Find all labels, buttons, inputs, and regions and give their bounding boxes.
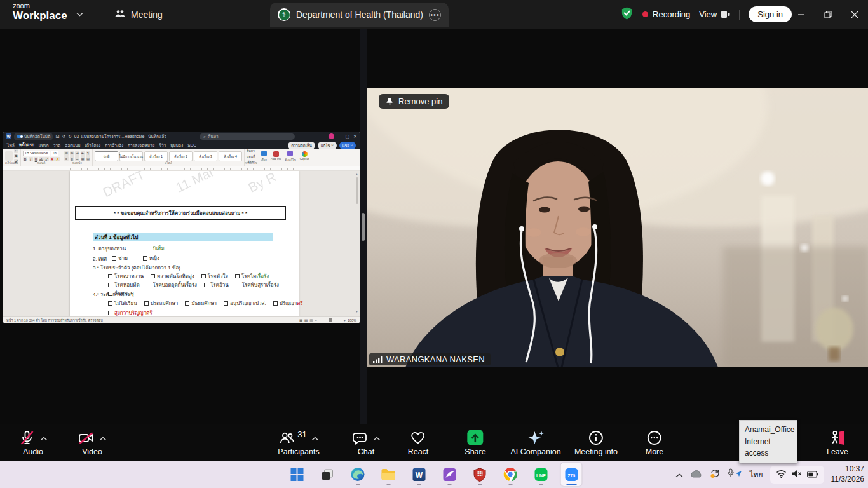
copilot-icon [302, 151, 308, 157]
participant-name-tag: WARANGKANA NAKSEN [369, 353, 491, 365]
toolbar-audio-label: Audio [23, 447, 43, 456]
toolbar-more-label: More [646, 447, 663, 456]
option-label: ประถมศึกษา [151, 299, 178, 308]
info-icon [588, 429, 604, 446]
word-search-icon: ⌕ [203, 134, 206, 139]
draft-watermark-author: By R [246, 171, 278, 196]
word-document-title: 03_แบบสอบถามโครงการ…Healthcare - บันทึกแ… [74, 133, 166, 140]
panel-divider [360, 29, 367, 424]
tab-options-ellipsis-icon[interactable]: ••• [429, 9, 441, 21]
restore-button[interactable] [815, 0, 841, 29]
editor-icon [287, 151, 293, 156]
toolbar-audio-button[interactable]: Audio [19, 429, 48, 456]
tray-chevron-up-icon[interactable] [675, 469, 683, 480]
checkbox-icon [108, 292, 112, 296]
recording-label: Recording [653, 10, 690, 19]
remove-pin-button[interactable]: Remove pin [379, 94, 449, 109]
word-search-box: ⌕ ค้นหา [200, 133, 295, 140]
tray-status-pill[interactable] [770, 466, 824, 484]
taskbar-app-icons: WLINEzm [287, 463, 582, 486]
toolbar-ai-button[interactable]: AI Companion [510, 429, 560, 456]
option-label-green: เรื้อรัง [256, 272, 269, 280]
taskbar-clock[interactable]: 10:37 11/3/2026 [831, 464, 865, 484]
checkbox-icon [224, 301, 228, 306]
word-ribbon-tab: ไฟล์ [7, 142, 15, 149]
onedrive-cloud-icon[interactable] [690, 469, 703, 480]
minimize-button[interactable] [788, 0, 815, 29]
word-ribbon: ✂⧉🖌 คลิปบอร์ด TH SarabunPSK 16 BIU abx²A… [3, 149, 360, 166]
recording-indicator[interactable]: Recording [642, 10, 690, 19]
doc-checkbox-option: โรคปอดอุดกั้นเรื้อรัง [147, 281, 197, 289]
doc-checkbox-option: ชาย [112, 254, 128, 262]
taskbar-app-foxit[interactable] [439, 463, 460, 486]
running-indicator [566, 484, 576, 485]
taskbar-app-security[interactable] [470, 463, 491, 486]
word-user-avatar [329, 133, 334, 139]
option-label: โรคหอบหืด [114, 281, 140, 289]
word-zoom-level: 100% [348, 318, 356, 322]
pin-icon [386, 97, 394, 106]
taskbar-app-edge[interactable] [348, 463, 369, 486]
language-indicator[interactable]: ไทย [750, 468, 763, 480]
word-ribbon-tab: รีวิว [159, 142, 166, 149]
workspace-chevron-down-icon[interactable] [76, 10, 83, 18]
toolbar-react-button[interactable]: React [408, 429, 429, 456]
tab-meeting[interactable]: Meeting [108, 0, 169, 29]
taskbar-app-zoom[interactable]: zm [561, 463, 582, 486]
toolbar-info-button[interactable]: Meeting info [574, 429, 618, 456]
toolbar-leave-button[interactable]: Leave [827, 429, 848, 456]
word-editing-mode-button: แก้ไข ˅ [318, 142, 337, 149]
doc-checkbox-option: อื่นๆ ระบุ .............................… [108, 290, 196, 298]
doc-q4-row1: ไม่ได้เรียนประถมศึกษามัธยมศึกษาอนุปริญญา… [108, 299, 303, 308]
volume-muted-icon [792, 469, 802, 480]
meeting-content-area: W บันทึกอัตโนมัติ 🖫 ↺ ↻ 03_แบบสอบถามโครง… [0, 29, 868, 424]
security-shield-icon[interactable] [620, 6, 634, 23]
taskbar-app-word[interactable]: W [409, 463, 430, 486]
word-ribbon-tab-bar: ไฟล์หน้าแรกแทรกวาดออกแบบเค้าโครงการอ้างอ… [3, 141, 360, 149]
taskbar-app-file-explorer[interactable] [378, 463, 399, 486]
doc-checkbox-option: โรคอ้วน [204, 281, 229, 289]
sign-in-button[interactable]: Sign in [749, 6, 792, 22]
doc-checkbox-option: โรคพิษสุราเรื้อรัง [236, 281, 279, 289]
option-label: โรคเบาหวาน [114, 272, 144, 280]
close-button[interactable] [841, 0, 868, 29]
toolbar-participants-button[interactable]: 31Participants [278, 429, 319, 456]
pinned-video-tile[interactable]: Remove pin WARANGKANA NAKSEN [367, 88, 868, 367]
tab-department-of-health[interactable]: ⚕ Department of Health (Thailand) ••• [270, 3, 449, 27]
ribbon-group-clipboard: ✂⧉🖌 คลิปบอร์ด [3, 149, 21, 166]
taskbar-app-task-view[interactable] [317, 463, 338, 486]
word-window-controls: –▢✕ [339, 134, 357, 139]
divider-drag-handle[interactable] [362, 213, 365, 241]
doc-checkbox-option: โรคหอบหืด [108, 281, 140, 289]
meeting-toolbar: AudioVideo31ParticipantsChatReactShareAI… [0, 424, 868, 461]
q2-label: 2. เพศ [93, 256, 108, 262]
audio-chevron-up-icon[interactable] [41, 432, 48, 444]
toolbar-chat-button[interactable]: Chat [352, 429, 381, 456]
clock-time: 10:37 [831, 464, 865, 475]
checkbox-icon [204, 283, 208, 287]
taskbar-app-line[interactable]: LINE [531, 463, 552, 486]
zoom-meeting-window: zoom Workplace Meeting ⚕ Department of H… [0, 0, 868, 488]
checkbox-icon [112, 256, 116, 261]
taskbar-app-start[interactable] [287, 463, 308, 486]
word-title-bar: W บันทึกอัตโนมัติ 🖫 ↺ ↻ 03_แบบสอบถามโครง… [3, 132, 360, 141]
chat-chevron-up-icon[interactable] [374, 432, 381, 444]
sync-icon[interactable] [710, 468, 721, 481]
doc-checkbox-option: ไม่ได้เรียน [108, 299, 137, 308]
toolbar-video-button[interactable]: Video [78, 429, 107, 456]
participants-icon: 31 [278, 429, 318, 446]
word-share-button: แชร์ ˅ [339, 142, 356, 149]
taskbar-app-chrome[interactable] [500, 463, 521, 486]
toolbar-share-button[interactable]: Share [465, 429, 485, 456]
ribbon-group-font: TH SarabunPSK 16 BIU abx²AA ฟอนต์ [21, 149, 62, 166]
leave-icon [829, 429, 846, 446]
video-chevron-up-icon[interactable] [100, 432, 107, 444]
mic-location-icon[interactable] [728, 468, 743, 480]
toolbar-more-button[interactable]: More [646, 429, 663, 456]
participants-chevron-up-icon[interactable] [312, 432, 319, 444]
zoom-workplace-logo: zoom Workplace [13, 3, 67, 21]
view-button[interactable]: View [699, 10, 730, 19]
view-layout-icon [721, 10, 730, 18]
running-indicator [539, 484, 543, 485]
svg-text:zm: zm [567, 472, 575, 478]
